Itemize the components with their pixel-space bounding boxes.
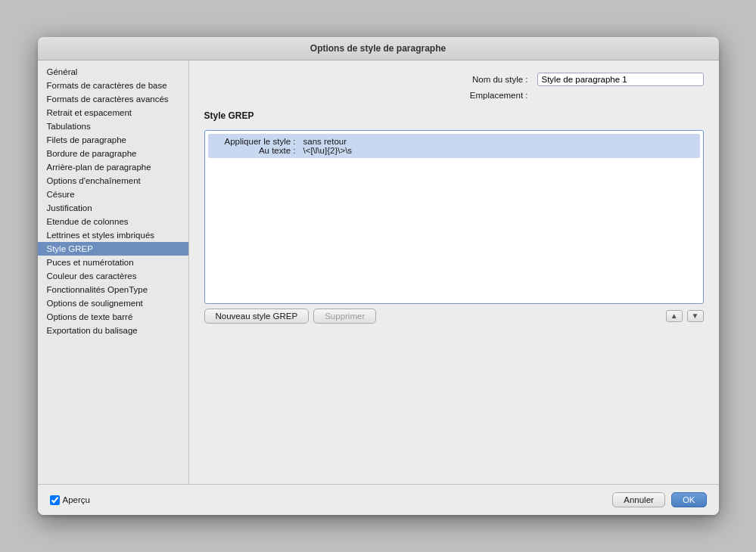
sidebar-item-retrait[interactable]: Retrait et espacement (38, 106, 188, 119)
delete-grep-button[interactable]: Supprimer (313, 309, 376, 324)
location-row: Emplacement : (204, 91, 704, 100)
sidebar-item-lettrines[interactable]: Lettrines et styles imbriqués (38, 228, 188, 242)
sidebar-item-soulignement[interactable]: Options de soulignement (38, 296, 188, 310)
grep-list[interactable]: Appliquer le style : sans retour Au text… (204, 130, 704, 304)
grep-section: Appliquer le style : sans retour Au text… (204, 130, 704, 472)
sidebar-item-cesure[interactable]: Césure (38, 188, 188, 201)
sidebar-item-etendue[interactable]: Etendue de colonnes (38, 215, 188, 228)
style-name-input[interactable] (537, 73, 704, 86)
sidebar: GénéralFormats de caractères de baseForm… (38, 60, 189, 484)
ok-button[interactable]: OK (671, 492, 707, 507)
grep-entry[interactable]: Appliquer le style : sans retour Au text… (208, 134, 700, 158)
sidebar-item-formats-avances[interactable]: Formats de caractères avancés (38, 92, 188, 106)
dialog: Options de style de paragraphe GénéralFo… (38, 37, 719, 515)
sidebar-item-justification[interactable]: Justification (38, 201, 188, 215)
style-name-row: Nom du style : (204, 73, 704, 86)
dialog-body: GénéralFormats de caractères de baseForm… (38, 60, 719, 484)
sidebar-item-puces[interactable]: Puces et numérotation (38, 256, 188, 269)
footer: Aperçu Annuler OK (38, 484, 719, 515)
apply-label: Appliquer le style : (213, 137, 296, 146)
preview-label: Aperçu (63, 495, 90, 504)
main-content: Nom du style : Emplacement : Style GREP … (189, 60, 719, 484)
section-title: Style GREP (204, 110, 704, 121)
location-label: Emplacement : (470, 91, 528, 100)
move-up-button[interactable]: ▲ (666, 310, 683, 322)
sidebar-item-style-grep[interactable]: Style GREP (38, 242, 188, 256)
sidebar-item-bordure[interactable]: Bordure de paragraphe (38, 147, 188, 160)
footer-right: Annuler OK (612, 492, 706, 507)
move-down-button[interactable]: ▼ (687, 310, 704, 322)
preview-checkbox-label[interactable]: Aperçu (50, 495, 90, 505)
text-value: \<[\l\u]{2}\>\s (303, 146, 353, 155)
dialog-title: Options de style de paragraphe (38, 37, 719, 60)
sidebar-item-enchainement[interactable]: Options d'enchaînement (38, 174, 188, 188)
footer-left: Aperçu (50, 495, 90, 505)
preview-checkbox[interactable] (50, 495, 60, 505)
cancel-button[interactable]: Annuler (612, 492, 665, 507)
style-name-label: Nom du style : (472, 75, 528, 84)
new-grep-button[interactable]: Nouveau style GREP (204, 309, 310, 324)
sidebar-item-filets[interactable]: Filets de paragraphe (38, 133, 188, 147)
sidebar-item-opentype[interactable]: Fonctionnalités OpenType (38, 283, 188, 296)
grep-button-row: Nouveau style GREP Supprimer ▲ ▼ (204, 309, 704, 324)
sidebar-item-couleur[interactable]: Couleur des caractères (38, 269, 188, 283)
sidebar-item-tabulations[interactable]: Tabulations (38, 119, 188, 133)
sidebar-item-arriere-plan[interactable]: Arrière-plan de paragraphe (38, 160, 188, 174)
text-label: Au texte : (213, 146, 296, 155)
sidebar-item-formats-base[interactable]: Formats de caractères de base (38, 79, 188, 92)
apply-value: sans retour (303, 137, 347, 146)
sidebar-item-texte-barre[interactable]: Options de texte barré (38, 310, 188, 324)
sidebar-item-general[interactable]: Général (38, 65, 188, 79)
sidebar-item-exportation[interactable]: Exportation du balisage (38, 324, 188, 337)
